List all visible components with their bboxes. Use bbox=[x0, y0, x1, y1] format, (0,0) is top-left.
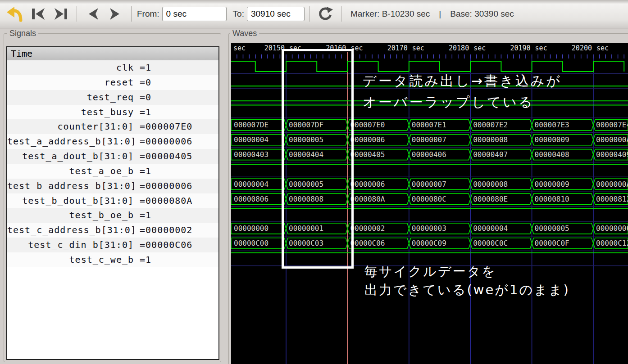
signal-name: reset bbox=[7, 75, 134, 90]
signal-row[interactable]: test_a_oe_b =1 bbox=[7, 164, 218, 179]
signals-frame-label: Signals bbox=[7, 29, 38, 38]
signal-row[interactable]: test_a_address_b[31:0] =00000006 bbox=[7, 134, 218, 149]
svg-text:00000000: 00000000 bbox=[234, 224, 268, 233]
signal-row[interactable]: clk =1 bbox=[7, 60, 218, 75]
reload-icon[interactable] bbox=[315, 4, 336, 24]
svg-text:00000C09: 00000C09 bbox=[412, 239, 446, 247]
signal-name: test_c_address_b[31:0] bbox=[7, 223, 134, 238]
waveforms[interactable]: sec20150sec20160sec20170sec20180sec20190… bbox=[231, 43, 628, 364]
signal-value: =00000006 bbox=[134, 134, 218, 149]
signal-row[interactable]: test_b_oe_b =1 bbox=[7, 208, 218, 223]
svg-text:00000812: 00000812 bbox=[596, 195, 628, 203]
svg-text:20190: 20190 bbox=[510, 44, 530, 52]
signal-row[interactable]: test_a_dout_b[31:0] =00000405 bbox=[7, 149, 218, 164]
svg-text:00000C0F: 00000C0F bbox=[535, 239, 569, 247]
svg-text:00000006: 00000006 bbox=[350, 135, 385, 144]
svg-text:00000C03: 00000C03 bbox=[289, 239, 323, 247]
svg-text:00000C06: 00000C06 bbox=[350, 239, 385, 247]
svg-text:00000009: 00000009 bbox=[535, 180, 569, 189]
svg-text:sec: sec bbox=[289, 44, 301, 52]
svg-text:sec: sec bbox=[412, 44, 424, 52]
go-to-start-icon[interactable] bbox=[28, 4, 49, 24]
svg-text:00000001: 00000001 bbox=[289, 224, 323, 233]
step-left-icon[interactable] bbox=[82, 4, 103, 24]
signal-row[interactable]: test_b_dout_b[31:0] =0000080A bbox=[7, 193, 218, 208]
svg-text:000007E3: 000007E3 bbox=[535, 121, 569, 129]
toolbar: From: To: Marker: B-10230 sec | Base: 30… bbox=[0, 0, 628, 28]
signal-name: test_a_address_b[31:0] bbox=[7, 134, 134, 149]
signal-list[interactable]: Time clk =1reset =0test_req =0test_busy … bbox=[6, 46, 219, 360]
svg-text:000007E1: 000007E1 bbox=[412, 121, 446, 129]
marker-readout: Marker: B-10230 sec bbox=[350, 9, 430, 19]
svg-text:00000008: 00000008 bbox=[473, 135, 508, 144]
waves-frame-label: Waves bbox=[230, 29, 259, 38]
signal-name: test_req bbox=[7, 90, 134, 105]
svg-text:0000000A: 0000000A bbox=[596, 135, 628, 144]
svg-text:0000000A: 0000000A bbox=[596, 180, 628, 189]
signal-name: test_c_din_b[31:0] bbox=[7, 238, 134, 252]
toolbar-separator bbox=[309, 6, 309, 22]
svg-text:00000404: 00000404 bbox=[289, 150, 323, 159]
svg-text:00000005: 00000005 bbox=[289, 135, 323, 144]
signal-name: test_busy bbox=[7, 105, 134, 120]
svg-text:00000403: 00000403 bbox=[234, 150, 268, 159]
signal-row[interactable]: test_req =0 bbox=[7, 90, 218, 105]
svg-text:000007E4: 000007E4 bbox=[596, 121, 628, 129]
svg-text:00000409: 00000409 bbox=[596, 150, 628, 159]
signal-row[interactable]: test_c_we_b =1 bbox=[7, 252, 218, 267]
signal-value: =00000C06 bbox=[134, 238, 218, 252]
svg-text:sec: sec bbox=[233, 44, 246, 52]
wave-canvas[interactable]: sec20150sec20160sec20170sec20180sec20190… bbox=[231, 43, 628, 364]
svg-text:00000C12: 00000C12 bbox=[596, 239, 628, 247]
signal-row[interactable]: test_busy =1 bbox=[7, 105, 218, 120]
svg-text:00000008: 00000008 bbox=[473, 180, 508, 189]
from-input[interactable] bbox=[162, 7, 227, 21]
svg-text:20150: 20150 bbox=[264, 44, 285, 52]
marker-base-divider: | bbox=[439, 9, 441, 19]
signal-row[interactable]: test_b_address_b[31:0] =00000006 bbox=[7, 179, 218, 193]
signal-row[interactable]: test_c_address_b[31:0] =00000002 bbox=[7, 223, 218, 238]
svg-text:00000C00: 00000C00 bbox=[234, 239, 268, 247]
svg-text:0000080E: 0000080E bbox=[473, 195, 508, 203]
svg-text:00000003: 00000003 bbox=[412, 224, 446, 233]
svg-text:00000005: 00000005 bbox=[535, 224, 569, 233]
svg-text:000007E2: 000007E2 bbox=[473, 121, 508, 129]
signal-row[interactable]: counter[31:0] =000007E0 bbox=[7, 119, 218, 134]
from-label: From: bbox=[137, 9, 159, 19]
toolbar-separator bbox=[131, 6, 132, 22]
signal-row[interactable]: test_c_din_b[31:0] =00000C06 bbox=[7, 238, 218, 252]
svg-text:00000408: 00000408 bbox=[535, 150, 569, 159]
svg-text:20180: 20180 bbox=[449, 44, 469, 52]
signal-name: test_b_address_b[31:0] bbox=[7, 179, 134, 193]
signal-value: =0 bbox=[134, 75, 218, 90]
svg-text:00000406: 00000406 bbox=[412, 150, 446, 159]
step-right-icon[interactable] bbox=[105, 4, 126, 24]
svg-text:0000080C: 0000080C bbox=[412, 195, 446, 203]
undo-icon[interactable] bbox=[4, 4, 26, 24]
signal-value: =1 bbox=[134, 60, 218, 75]
signal-name: clk bbox=[7, 60, 134, 75]
signal-value: =00000405 bbox=[134, 149, 218, 164]
svg-text:00000007: 00000007 bbox=[412, 180, 446, 189]
signal-value: =00000002 bbox=[134, 223, 218, 238]
go-to-end-icon[interactable] bbox=[50, 4, 71, 24]
svg-text:00000405: 00000405 bbox=[350, 150, 385, 159]
svg-text:000007E0: 000007E0 bbox=[350, 121, 385, 129]
svg-text:0000080A: 0000080A bbox=[350, 195, 385, 203]
signal-value: =1 bbox=[134, 164, 218, 179]
svg-text:00000C0C: 00000C0C bbox=[473, 239, 508, 247]
svg-text:00000007: 00000007 bbox=[412, 135, 446, 144]
signal-name: test_c_we_b bbox=[7, 252, 134, 267]
signal-value: =00000006 bbox=[134, 179, 218, 193]
signal-value: =1 bbox=[134, 105, 218, 120]
signal-value: =0000080A bbox=[134, 193, 218, 208]
svg-text:000007DE: 000007DE bbox=[234, 121, 268, 129]
to-input[interactable] bbox=[247, 7, 305, 21]
svg-text:00000006: 00000006 bbox=[350, 180, 385, 189]
svg-text:00000005: 00000005 bbox=[289, 180, 323, 189]
signal-value: =0 bbox=[134, 90, 218, 105]
signal-row[interactable]: reset =0 bbox=[7, 75, 218, 90]
svg-text:sec: sec bbox=[535, 44, 547, 52]
signal-name: test_a_oe_b bbox=[7, 164, 134, 179]
signal-rows: clk =1reset =0test_req =0test_busy =1cou… bbox=[7, 60, 218, 267]
